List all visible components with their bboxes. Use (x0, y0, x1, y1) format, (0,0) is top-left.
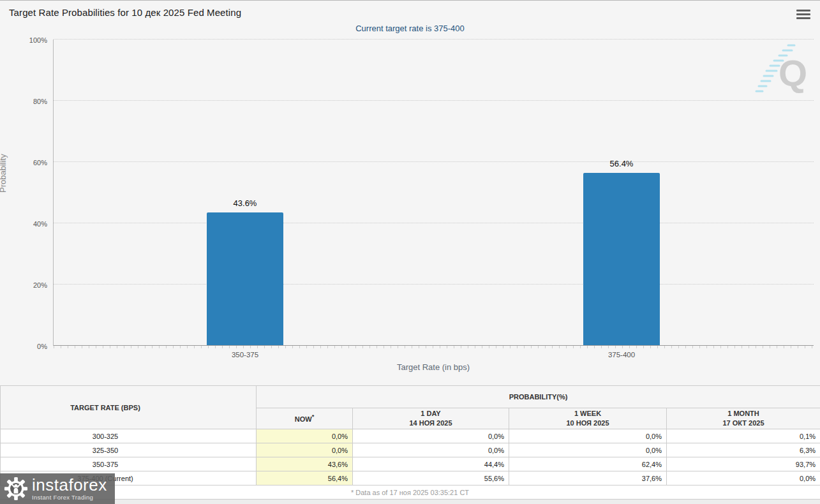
probability-table: TARGET RATE (BPS) PROBABILITY(%) NOW* 1 … (0, 385, 820, 485)
y-tick: 100% (0, 36, 47, 44)
hamburger-menu-icon[interactable] (796, 10, 810, 20)
bottom-strip (0, 500, 820, 504)
col-group-header-probability: PROBABILITY(%) (257, 386, 820, 408)
logo-tagline: Instant Forex Trading (32, 494, 107, 501)
now-cell: 0,0% (257, 443, 353, 457)
week-cell: 62,4% (509, 457, 667, 471)
y-tick: 0% (0, 343, 47, 350)
table-row: 350-375 43,6% 44,4% 62,4% 93,7% (1, 457, 820, 471)
col-header-1day: 1 DAY14 НОЯ 2025 (353, 408, 509, 429)
gridline-40 (54, 223, 814, 223)
gridline-80 (54, 100, 814, 101)
rate-cell: 300-325 (1, 429, 257, 443)
data-as-of-footnote: * Data as of 17 ноя 2025 03:35:21 CT (0, 485, 820, 500)
now-cell: 0,0% (257, 429, 353, 443)
instaforex-logo: instaforex Instant Forex Trading (0, 473, 115, 504)
y-tick: 60% (0, 159, 47, 167)
x-tick-350-375: 350-375 (207, 351, 283, 359)
col-header-now: NOW* (257, 408, 353, 429)
gridline-60 (54, 161, 814, 162)
day-cell: 55,6% (353, 471, 509, 485)
x-tick-375-400: 375-400 (583, 351, 660, 359)
bar-value-label: 56.4% (583, 159, 660, 168)
day-cell: 44,4% (353, 457, 509, 471)
y-tick: 20% (0, 281, 47, 289)
bar-375-400[interactable] (583, 173, 660, 346)
watermark-q-letter: Q (779, 52, 807, 94)
plot-area: 43.6% 56.4% 350-375 375-400 (53, 40, 814, 346)
month-cell: 0,1% (667, 429, 820, 443)
now-cell: 43,6% (257, 457, 353, 471)
month-cell: 0,0% (667, 471, 820, 485)
month-cell: 6,3% (667, 443, 820, 457)
now-cell: 56,4% (257, 471, 353, 485)
week-cell: 0,0% (509, 443, 667, 457)
rate-cell: 325-350 (1, 443, 257, 457)
bar-350-375[interactable] (207, 212, 283, 346)
table-row: 325-350 0,0% 0,0% 0,0% 6,3% (1, 443, 820, 457)
col-header-1week: 1 WEEK10 НОЯ 2025 (509, 408, 667, 429)
day-cell: 0,0% (353, 443, 509, 457)
y-tick: 40% (0, 220, 47, 228)
x-axis-minor-ticks (54, 346, 814, 348)
day-cell: 0,0% (353, 429, 509, 443)
fedwatch-chart-panel: Target Rate Probabilities for 10 дек 202… (0, 0, 820, 385)
week-cell: 0,0% (509, 429, 667, 443)
rate-cell: 350-375 (1, 457, 257, 471)
bar-value-label: 43.6% (207, 198, 283, 208)
y-axis-tick-labels: 0% 20% 40% 60% 80% 100% (0, 40, 50, 346)
y-tick: 80% (0, 98, 47, 105)
table-row: 300-325 0,0% 0,0% 0,0% 0,1% (1, 429, 820, 443)
logo-name: instaforex (32, 477, 107, 493)
x-axis-title: Target Rate (in bps) (53, 362, 814, 372)
current-target-rate-subtitle: Current target rate is 375-400 (0, 24, 820, 33)
gridline-100 (54, 39, 814, 40)
month-cell: 93,7% (667, 457, 820, 471)
chart-title: Target Rate Probabilities for 10 дек 202… (9, 7, 241, 18)
table-row: 375-400 (Current) 56,4% 55,6% 37,6% 0,0% (1, 471, 820, 485)
gridline-20 (54, 284, 814, 285)
week-cell: 37,6% (509, 471, 667, 485)
col-header-1month: 1 MONTH17 ОКТ 2025 (667, 408, 820, 429)
quikstrike-watermark: Q (755, 40, 807, 96)
col-header-target-rate: TARGET RATE (BPS) (1, 386, 257, 429)
instaforex-gear-icon (4, 477, 28, 501)
